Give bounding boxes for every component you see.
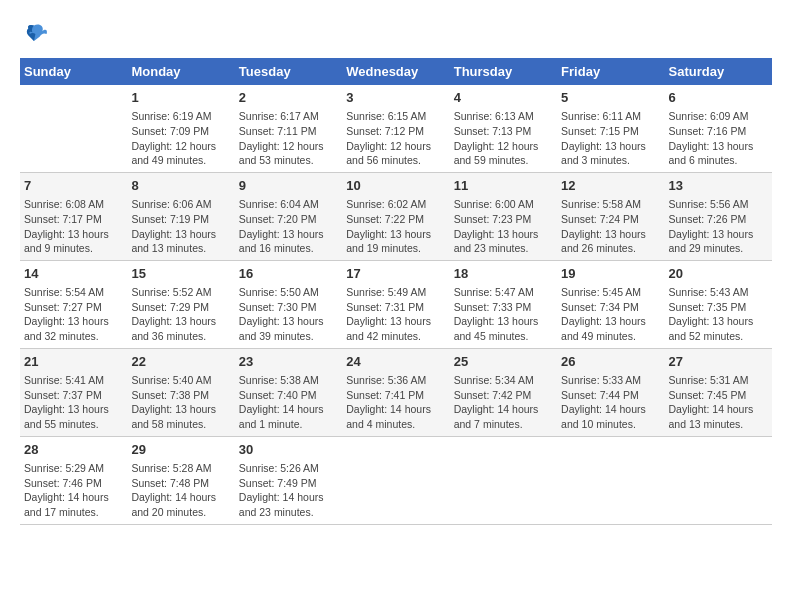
calendar-cell: 13Sunrise: 5:56 AM Sunset: 7:26 PM Dayli…: [665, 172, 772, 260]
calendar-cell: 27Sunrise: 5:31 AM Sunset: 7:45 PM Dayli…: [665, 348, 772, 436]
day-content: Sunrise: 5:33 AM Sunset: 7:44 PM Dayligh…: [561, 373, 660, 432]
calendar-cell: 30Sunrise: 5:26 AM Sunset: 7:49 PM Dayli…: [235, 436, 342, 524]
calendar-cell: 25Sunrise: 5:34 AM Sunset: 7:42 PM Dayli…: [450, 348, 557, 436]
calendar-week-row: 7Sunrise: 6:08 AM Sunset: 7:17 PM Daylig…: [20, 172, 772, 260]
day-content: Sunrise: 6:00 AM Sunset: 7:23 PM Dayligh…: [454, 197, 553, 256]
calendar-cell: [557, 436, 664, 524]
day-number: 6: [669, 89, 768, 107]
calendar-cell: 20Sunrise: 5:43 AM Sunset: 7:35 PM Dayli…: [665, 260, 772, 348]
day-number: 17: [346, 265, 445, 283]
day-content: Sunrise: 6:13 AM Sunset: 7:13 PM Dayligh…: [454, 109, 553, 168]
day-content: Sunrise: 6:09 AM Sunset: 7:16 PM Dayligh…: [669, 109, 768, 168]
day-content: Sunrise: 5:54 AM Sunset: 7:27 PM Dayligh…: [24, 285, 123, 344]
calendar-cell: 29Sunrise: 5:28 AM Sunset: 7:48 PM Dayli…: [127, 436, 234, 524]
day-number: 20: [669, 265, 768, 283]
day-content: Sunrise: 6:17 AM Sunset: 7:11 PM Dayligh…: [239, 109, 338, 168]
calendar-cell: 15Sunrise: 5:52 AM Sunset: 7:29 PM Dayli…: [127, 260, 234, 348]
day-number: 13: [669, 177, 768, 195]
calendar-cell: 6Sunrise: 6:09 AM Sunset: 7:16 PM Daylig…: [665, 85, 772, 172]
day-number: 4: [454, 89, 553, 107]
day-number: 18: [454, 265, 553, 283]
day-number: 15: [131, 265, 230, 283]
calendar-cell: [342, 436, 449, 524]
calendar-week-row: 21Sunrise: 5:41 AM Sunset: 7:37 PM Dayli…: [20, 348, 772, 436]
day-number: 12: [561, 177, 660, 195]
day-number: 5: [561, 89, 660, 107]
day-content: Sunrise: 5:56 AM Sunset: 7:26 PM Dayligh…: [669, 197, 768, 256]
calendar-cell: 10Sunrise: 6:02 AM Sunset: 7:22 PM Dayli…: [342, 172, 449, 260]
day-content: Sunrise: 5:26 AM Sunset: 7:49 PM Dayligh…: [239, 461, 338, 520]
calendar-table: SundayMondayTuesdayWednesdayThursdayFrid…: [20, 58, 772, 525]
calendar-cell: 17Sunrise: 5:49 AM Sunset: 7:31 PM Dayli…: [342, 260, 449, 348]
day-number: 10: [346, 177, 445, 195]
day-number: 23: [239, 353, 338, 371]
calendar-cell: 23Sunrise: 5:38 AM Sunset: 7:40 PM Dayli…: [235, 348, 342, 436]
day-content: Sunrise: 5:47 AM Sunset: 7:33 PM Dayligh…: [454, 285, 553, 344]
day-content: Sunrise: 6:11 AM Sunset: 7:15 PM Dayligh…: [561, 109, 660, 168]
calendar-cell: 24Sunrise: 5:36 AM Sunset: 7:41 PM Dayli…: [342, 348, 449, 436]
day-number: 26: [561, 353, 660, 371]
day-number: 7: [24, 177, 123, 195]
day-number: 16: [239, 265, 338, 283]
day-content: Sunrise: 5:58 AM Sunset: 7:24 PM Dayligh…: [561, 197, 660, 256]
day-number: 28: [24, 441, 123, 459]
calendar-cell: [665, 436, 772, 524]
day-content: Sunrise: 6:04 AM Sunset: 7:20 PM Dayligh…: [239, 197, 338, 256]
calendar-cell: [20, 85, 127, 172]
calendar-cell: 8Sunrise: 6:06 AM Sunset: 7:19 PM Daylig…: [127, 172, 234, 260]
day-number: 19: [561, 265, 660, 283]
logo-icon: [20, 20, 48, 48]
day-content: Sunrise: 5:50 AM Sunset: 7:30 PM Dayligh…: [239, 285, 338, 344]
calendar-cell: 26Sunrise: 5:33 AM Sunset: 7:44 PM Dayli…: [557, 348, 664, 436]
weekday-header: Tuesday: [235, 58, 342, 85]
calendar-cell: 12Sunrise: 5:58 AM Sunset: 7:24 PM Dayli…: [557, 172, 664, 260]
day-content: Sunrise: 6:19 AM Sunset: 7:09 PM Dayligh…: [131, 109, 230, 168]
day-number: 14: [24, 265, 123, 283]
weekday-header: Sunday: [20, 58, 127, 85]
day-number: 8: [131, 177, 230, 195]
day-content: Sunrise: 5:36 AM Sunset: 7:41 PM Dayligh…: [346, 373, 445, 432]
day-content: Sunrise: 5:38 AM Sunset: 7:40 PM Dayligh…: [239, 373, 338, 432]
day-content: Sunrise: 6:15 AM Sunset: 7:12 PM Dayligh…: [346, 109, 445, 168]
calendar-week-row: 14Sunrise: 5:54 AM Sunset: 7:27 PM Dayli…: [20, 260, 772, 348]
calendar-cell: 14Sunrise: 5:54 AM Sunset: 7:27 PM Dayli…: [20, 260, 127, 348]
day-content: Sunrise: 6:08 AM Sunset: 7:17 PM Dayligh…: [24, 197, 123, 256]
day-number: 2: [239, 89, 338, 107]
day-number: 24: [346, 353, 445, 371]
day-number: 22: [131, 353, 230, 371]
day-number: 3: [346, 89, 445, 107]
calendar-cell: 2Sunrise: 6:17 AM Sunset: 7:11 PM Daylig…: [235, 85, 342, 172]
day-number: 25: [454, 353, 553, 371]
calendar-week-row: 1Sunrise: 6:19 AM Sunset: 7:09 PM Daylig…: [20, 85, 772, 172]
calendar-cell: 28Sunrise: 5:29 AM Sunset: 7:46 PM Dayli…: [20, 436, 127, 524]
weekday-header: Saturday: [665, 58, 772, 85]
calendar-cell: [450, 436, 557, 524]
calendar-cell: 4Sunrise: 6:13 AM Sunset: 7:13 PM Daylig…: [450, 85, 557, 172]
day-content: Sunrise: 5:43 AM Sunset: 7:35 PM Dayligh…: [669, 285, 768, 344]
calendar-cell: 19Sunrise: 5:45 AM Sunset: 7:34 PM Dayli…: [557, 260, 664, 348]
day-number: 27: [669, 353, 768, 371]
day-content: Sunrise: 5:52 AM Sunset: 7:29 PM Dayligh…: [131, 285, 230, 344]
day-content: Sunrise: 5:49 AM Sunset: 7:31 PM Dayligh…: [346, 285, 445, 344]
logo: [20, 20, 52, 48]
weekday-header: Friday: [557, 58, 664, 85]
calendar-cell: 18Sunrise: 5:47 AM Sunset: 7:33 PM Dayli…: [450, 260, 557, 348]
day-content: Sunrise: 5:34 AM Sunset: 7:42 PM Dayligh…: [454, 373, 553, 432]
day-number: 29: [131, 441, 230, 459]
calendar-cell: 3Sunrise: 6:15 AM Sunset: 7:12 PM Daylig…: [342, 85, 449, 172]
day-content: Sunrise: 5:45 AM Sunset: 7:34 PM Dayligh…: [561, 285, 660, 344]
calendar-cell: 21Sunrise: 5:41 AM Sunset: 7:37 PM Dayli…: [20, 348, 127, 436]
calendar-cell: 22Sunrise: 5:40 AM Sunset: 7:38 PM Dayli…: [127, 348, 234, 436]
calendar-cell: 16Sunrise: 5:50 AM Sunset: 7:30 PM Dayli…: [235, 260, 342, 348]
day-number: 21: [24, 353, 123, 371]
day-number: 1: [131, 89, 230, 107]
day-content: Sunrise: 5:28 AM Sunset: 7:48 PM Dayligh…: [131, 461, 230, 520]
day-content: Sunrise: 5:29 AM Sunset: 7:46 PM Dayligh…: [24, 461, 123, 520]
calendar-cell: 11Sunrise: 6:00 AM Sunset: 7:23 PM Dayli…: [450, 172, 557, 260]
day-content: Sunrise: 5:31 AM Sunset: 7:45 PM Dayligh…: [669, 373, 768, 432]
day-number: 11: [454, 177, 553, 195]
calendar-week-row: 28Sunrise: 5:29 AM Sunset: 7:46 PM Dayli…: [20, 436, 772, 524]
calendar-cell: 1Sunrise: 6:19 AM Sunset: 7:09 PM Daylig…: [127, 85, 234, 172]
weekday-header: Thursday: [450, 58, 557, 85]
day-content: Sunrise: 5:41 AM Sunset: 7:37 PM Dayligh…: [24, 373, 123, 432]
